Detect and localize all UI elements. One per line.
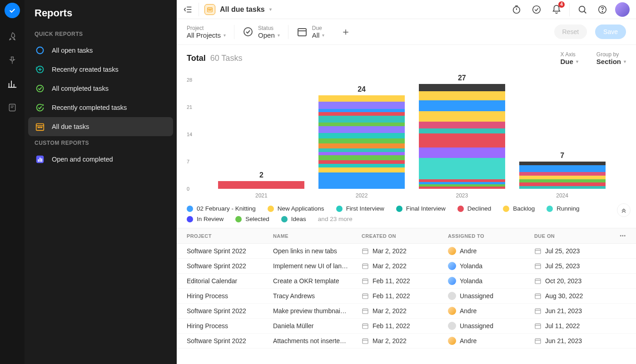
bar-segment [318, 102, 405, 108]
bar-column[interactable]: 7 [518, 152, 606, 189]
bar-segment [318, 116, 405, 123]
table-row[interactable]: Software Sprint 2022Open links in new ta… [177, 244, 636, 259]
table-row[interactable]: Software Sprint 2022Implement new UI of … [177, 259, 636, 274]
reset-button[interactable]: Reset [554, 25, 587, 39]
rocket-icon[interactable] [7, 32, 17, 42]
legend-item[interactable]: First Interview [336, 205, 384, 212]
add-filter-button[interactable]: ＋ [341, 25, 351, 39]
legend-item[interactable]: Final Interview [396, 205, 446, 212]
cell-name: Implement new UI of lan… [273, 262, 362, 270]
bar-segment [419, 148, 505, 158]
timer-icon[interactable] [509, 2, 524, 17]
app-logo[interactable] [5, 3, 20, 18]
legend-more[interactable]: and 23 more [318, 216, 353, 222]
table-header-cell[interactable]: DUE ON [534, 233, 612, 239]
chevron-down-icon: ▾ [322, 33, 324, 38]
bar-segment [318, 152, 405, 156]
table-header-cell[interactable]: NAME [273, 233, 362, 239]
bar-column[interactable]: 27 [417, 74, 506, 189]
cell-project: Hiring Process [187, 292, 273, 300]
avatar-dot [448, 262, 456, 270]
sidebar-item[interactable]: Recently created tasks [28, 60, 173, 79]
sidebar: Reports QUICK REPORTSAll open tasksRecen… [25, 0, 177, 364]
table-row[interactable]: Software Sprint 2022Attachments not inse… [177, 334, 636, 349]
cell-created: Mar 2, 2022 [362, 307, 448, 315]
avatar-dot [448, 337, 456, 345]
filter-value: Open [258, 31, 275, 39]
legend-item[interactable]: Running [547, 205, 579, 212]
cell-due: Jul 11, 2022 [534, 322, 612, 330]
sidebar-item[interactable]: All due tasks [28, 117, 173, 136]
cell-name: Open links in new tabs [273, 247, 362, 255]
calendar-icon [534, 322, 542, 330]
bar-stack [218, 181, 304, 189]
sidebar-item[interactable]: All open tasks [28, 41, 173, 60]
cell-assignee: Yolanda [448, 262, 534, 270]
search-icon[interactable] [575, 2, 590, 17]
legend-swatch [336, 206, 343, 212]
calendar-icon [362, 307, 369, 315]
cell-due: Jul 25, 2023 [534, 262, 612, 270]
sidebar-item-label: All due tasks [52, 123, 89, 130]
table-header-cell[interactable]: CREATED ON [362, 233, 448, 239]
filter-due[interactable]: Due All▾ [297, 25, 333, 39]
sidebar-title: Reports [28, 7, 173, 27]
table-row[interactable]: Hiring ProcessDaniela MüllerFeb 11, 2022… [177, 319, 636, 334]
pin-icon[interactable] [7, 55, 17, 65]
sidebar-item[interactable]: Recently completed tasks [28, 98, 173, 117]
legend-item[interactable]: Declined [457, 205, 492, 212]
filter-label: Status [258, 25, 280, 31]
table-header-cell[interactable]: ASSIGNED TO [448, 233, 534, 239]
icon-rail [0, 0, 25, 364]
calendar-icon [297, 26, 308, 37]
xaxis-selector[interactable]: X Axis Due▾ [560, 51, 578, 65]
avatar[interactable] [615, 2, 630, 17]
sidebar-item-label: All open tasks [52, 47, 93, 54]
bar-column[interactable]: 24 [318, 85, 406, 189]
filter-status[interactable]: Status Open▾ [243, 25, 288, 39]
bar-segment [318, 95, 405, 102]
bar-value: 7 [560, 152, 564, 160]
calendar-icon [362, 277, 369, 285]
sidebar-item-label: Recently created tasks [52, 66, 119, 73]
table-row[interactable]: Software Sprint 2022Make preview thumbna… [177, 304, 636, 319]
collapse-sidebar-icon[interactable] [183, 5, 193, 15]
bar-segment [318, 138, 405, 143]
save-button[interactable]: Save [595, 25, 626, 39]
calendar-icon [362, 247, 369, 255]
legend-item[interactable]: 02 February - Knitting [187, 205, 256, 212]
filter-project[interactable]: Project All Projects▾ [187, 25, 234, 39]
cell-assignee: Unassigned [448, 292, 534, 300]
notes-icon[interactable] [7, 103, 17, 113]
groupby-selector[interactable]: Group by Section▾ [596, 51, 626, 65]
bell-icon[interactable]: 4 [549, 2, 564, 17]
more-columns-icon[interactable]: ••• [612, 233, 626, 238]
total-label: Total [187, 54, 206, 63]
bar-column[interactable]: 2 [217, 171, 306, 189]
help-icon[interactable] [595, 2, 610, 17]
sidebar-item[interactable]: Open and completed [28, 150, 173, 169]
legend-label: 02 February - Knitting [197, 205, 256, 212]
legend-item[interactable]: In Review [187, 216, 224, 222]
table-row[interactable]: Hiring ProcessTracy AndrewsFeb 11, 2022U… [177, 289, 636, 304]
chart-purple-icon [35, 154, 45, 165]
task-table: PROJECTNAMECREATED ONASSIGNED TODUE ON••… [177, 228, 636, 349]
svg-rect-49 [363, 294, 368, 299]
axis-label: X Axis [560, 51, 575, 58]
legend-label: Final Interview [406, 205, 446, 212]
legend-item[interactable]: New Applications [268, 205, 324, 212]
sidebar-item[interactable]: All completed tasks [28, 79, 173, 98]
table-row[interactable]: Editorial CalendarCreate a OKR templateF… [177, 274, 636, 289]
breadcrumb[interactable]: All due tasks ▾ [204, 4, 272, 15]
reports-nav-icon[interactable] [7, 79, 17, 89]
chart: 07142128224277 2021202220232024 [177, 68, 636, 199]
legend-item[interactable]: Backlog [503, 205, 535, 212]
legend-item[interactable]: Ideas [281, 216, 306, 222]
check-circle-icon[interactable] [529, 2, 544, 17]
legend-item[interactable]: Selected [235, 216, 269, 222]
cell-created: Feb 11, 2022 [362, 322, 448, 330]
filter-label: Project [187, 25, 226, 31]
legend-label: In Review [197, 216, 224, 222]
table-header-cell[interactable]: PROJECT [187, 233, 273, 239]
collapse-chart-icon[interactable] [617, 203, 631, 217]
